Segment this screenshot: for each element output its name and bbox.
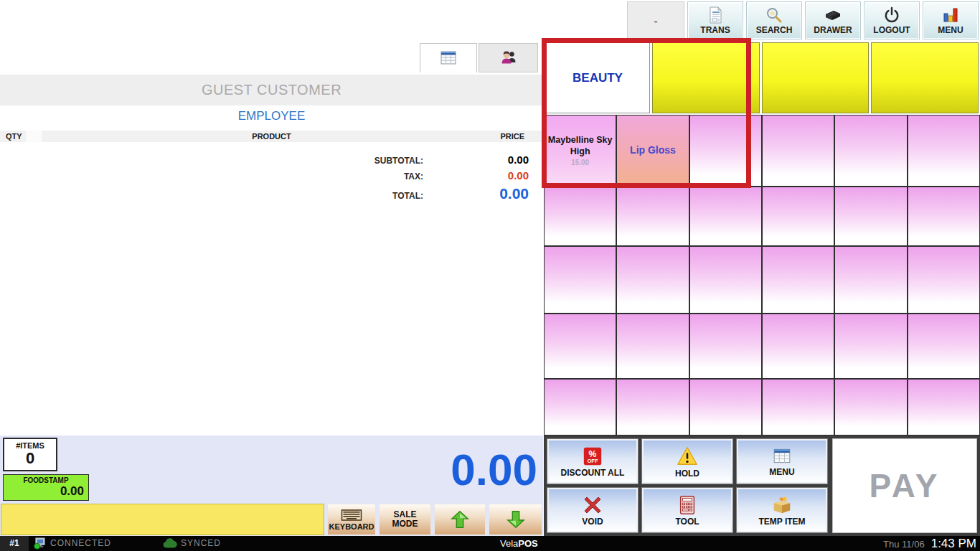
app-brand: VelaPOS: [500, 536, 538, 551]
void-icon: [582, 494, 603, 516]
keyboard-button[interactable]: KEYBOARD: [327, 504, 376, 535]
product-button[interactable]: Maybelline Sky High15.00: [544, 115, 616, 187]
tab-receipt[interactable]: [420, 43, 477, 72]
transactions-icon: [706, 6, 725, 24]
items-value: 0: [4, 450, 56, 467]
product-grid: Maybelline Sky High15.00Lip Gloss: [544, 115, 980, 435]
logout-icon: [882, 6, 901, 24]
empty-product-cell[interactable]: [544, 314, 616, 379]
empty-product-cell[interactable]: [616, 246, 689, 314]
discount-icon: %OFF: [582, 446, 603, 467]
empty-product-cell[interactable]: [689, 115, 762, 187]
foodstamp-value: 0.00: [4, 484, 88, 499]
arrow-down-icon: [506, 509, 526, 529]
toolbar-logout-label: LOGOUT: [873, 25, 910, 35]
tab-customers[interactable]: [479, 43, 538, 72]
clock: Thu 11/06 1:43 PM: [883, 536, 976, 551]
temp-item-button[interactable]: TEMP ITEM: [736, 487, 828, 533]
void-button[interactable]: VOID: [547, 487, 639, 533]
minimize-button[interactable]: -: [627, 1, 684, 39]
tool-button[interactable]: TOOL: [641, 487, 733, 533]
pay-button[interactable]: PAY: [832, 438, 977, 533]
toolbar-trans-label: TRANS: [700, 25, 730, 35]
discount-all-button[interactable]: %OFFDISCOUNT ALL: [547, 438, 639, 484]
empty-product-cell[interactable]: [689, 379, 762, 435]
total-value: 0.00: [436, 154, 529, 166]
product-button[interactable]: Lip Gloss: [616, 115, 689, 187]
empty-product-cell[interactable]: [762, 187, 834, 246]
scroll-down-button[interactable]: [489, 504, 542, 535]
action-buttons: %OFFDISCOUNT ALLHOLDMENUVOIDTOOLTEMP ITE…: [547, 438, 828, 533]
empty-product-cell[interactable]: [544, 246, 616, 314]
table-grid-icon: [438, 49, 458, 67]
hold-icon: [675, 445, 699, 468]
toolbar-search-label: SEARCH: [756, 25, 793, 35]
empty-product-cell[interactable]: [908, 246, 980, 314]
menu-grid-icon: [771, 446, 793, 466]
totals-block: SUBTOTAL:0.00TAX:0.00TOTAL:0.00: [301, 154, 529, 206]
product-column-header: PRODUCT: [0, 131, 543, 142]
total-row: TOTAL:0.00: [301, 185, 529, 202]
empty-product-cell[interactable]: [762, 246, 834, 314]
category-row: BEAUTY: [544, 41, 980, 115]
empty-product-cell[interactable]: [834, 379, 907, 435]
total-row: SUBTOTAL:0.00: [301, 154, 529, 166]
arrow-up-icon: [450, 509, 470, 529]
toolbar-search-button[interactable]: SEARCH: [746, 1, 802, 39]
empty-product-cell[interactable]: [908, 115, 980, 187]
empty-product-cell[interactable]: [616, 187, 689, 246]
empty-product-cell[interactable]: [762, 115, 834, 187]
sale-mode-button[interactable]: SALE MODE: [379, 504, 431, 535]
top-toolbar: TRANSSEARCHDRAWERLOGOUTMENU: [687, 1, 979, 39]
keyboard-icon: [341, 508, 362, 522]
action-label: VOID: [582, 517, 603, 527]
empty-product-cell[interactable]: [762, 314, 834, 379]
foodstamp-label: FOODSTAMP: [4, 476, 88, 484]
empty-product-cell[interactable]: [834, 246, 907, 314]
employee-label[interactable]: EMPLOYEE: [0, 109, 543, 123]
category-button-blank-1[interactable]: [652, 42, 760, 113]
empty-product-cell[interactable]: [689, 246, 762, 314]
hold-button[interactable]: HOLD: [641, 438, 733, 484]
empty-product-cell[interactable]: [834, 187, 907, 246]
scroll-up-button[interactable]: [434, 504, 486, 535]
empty-product-cell[interactable]: [908, 379, 980, 435]
empty-product-cell[interactable]: [544, 187, 616, 246]
empty-product-cell[interactable]: [834, 314, 907, 379]
category-button-blank-3[interactable]: [871, 42, 979, 113]
empty-product-cell[interactable]: [908, 187, 980, 246]
bottom-left-panel: #ITEMS 0 FOODSTAMP 0.00 0.00 KEYBOARD SA…: [0, 435, 543, 536]
toolbar-drawer-label: DRAWER: [814, 25, 852, 35]
total-value: 0.00: [436, 169, 529, 182]
action-label: TEMP ITEM: [758, 517, 805, 527]
empty-product-cell[interactable]: [762, 379, 834, 435]
menu-button[interactable]: MENU: [736, 438, 828, 484]
category-button-blank-2[interactable]: [762, 42, 870, 113]
product-price: 15.00: [571, 159, 589, 166]
toolbar-drawer-button[interactable]: DRAWER: [805, 1, 861, 39]
toolbar-menu-label: MENU: [938, 25, 963, 35]
empty-product-cell[interactable]: [834, 115, 907, 187]
empty-product-cell[interactable]: [689, 314, 762, 379]
toolbar-trans-button[interactable]: TRANS: [687, 1, 743, 39]
entry-input[interactable]: [1, 504, 324, 535]
toolbar-menu-button[interactable]: MENU: [923, 1, 979, 39]
empty-product-cell[interactable]: [908, 314, 980, 379]
toolbar-logout-button[interactable]: LOGOUT: [864, 1, 920, 39]
total-label: TOTAL:: [314, 191, 436, 201]
register-badge: #1: [0, 536, 29, 551]
category-label: BEAUTY: [573, 71, 623, 85]
total-row: TAX:0.00: [301, 169, 529, 182]
empty-product-cell[interactable]: [616, 314, 689, 379]
empty-product-cell[interactable]: [544, 379, 616, 435]
action-panel: %OFFDISCOUNT ALLHOLDMENUVOIDTOOLTEMP ITE…: [544, 435, 980, 536]
items-count-box: #ITEMS 0: [3, 438, 57, 471]
brand-regular: Vela: [500, 538, 518, 549]
total-value: 0.00: [436, 185, 529, 202]
product-name: Lip Gloss: [630, 144, 676, 157]
empty-product-cell[interactable]: [616, 379, 689, 435]
connection-icon: [33, 537, 47, 550]
total-label: TAX:: [314, 171, 436, 182]
empty-product-cell[interactable]: [689, 187, 762, 246]
category-button-beauty[interactable]: BEAUTY: [545, 42, 650, 113]
